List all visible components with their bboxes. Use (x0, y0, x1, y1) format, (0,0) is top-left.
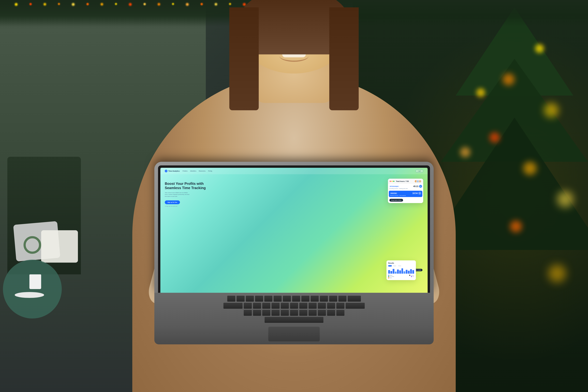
hero-title: Boost Your Profits with Seamless Time Tr… (165, 182, 381, 190)
key[interactable] (255, 296, 263, 302)
laptop-keyboard-area (154, 293, 434, 326)
key[interactable] (327, 303, 335, 309)
legend-cost-dot (411, 276, 412, 277)
key[interactable] (318, 303, 326, 309)
key[interactable] (309, 310, 317, 316)
key[interactable] (281, 310, 289, 316)
legend-revenue-dot (409, 275, 410, 276)
spacebar[interactable] (265, 317, 323, 323)
bar-6 (399, 270, 401, 274)
bar-11 (410, 269, 412, 274)
key[interactable] (281, 303, 289, 309)
nav-product[interactable]: Product ▾ (183, 170, 188, 172)
key[interactable] (292, 296, 300, 302)
side-table (3, 260, 62, 318)
key[interactable] (336, 303, 344, 309)
key[interactable] (320, 296, 328, 302)
cup (29, 274, 41, 289)
key[interactable] (309, 303, 317, 309)
nav-resources[interactable]: Resources ▾ (199, 170, 206, 172)
results-tabs: Year Project Person (388, 265, 414, 266)
entry2-top: Acme Corp 18:54 ⏸ (390, 192, 421, 195)
key[interactable] (253, 310, 261, 316)
key[interactable] (290, 303, 298, 309)
key[interactable] (290, 310, 298, 316)
nav-items: Product ▾ Industries ▾ Resources ▾ (183, 170, 212, 172)
bar-5 (397, 270, 399, 274)
key[interactable] (271, 310, 280, 316)
bar-1 (388, 270, 390, 274)
light-9 (460, 147, 470, 157)
entry2-pause-button[interactable]: ⏸ (418, 192, 421, 195)
logo-icon: ⏱ (165, 170, 167, 172)
key[interactable] (223, 303, 243, 309)
key[interactable] (329, 296, 337, 302)
login-button[interactable]: Login (416, 170, 423, 172)
logo-text: Time Analytics (168, 170, 180, 172)
keep-track-button[interactable]: Keep track of time (389, 199, 403, 202)
tab-year[interactable]: Year (388, 265, 392, 266)
key[interactable] (327, 310, 335, 316)
time-entry-2: Acme Corp 18:54 ⏸ Business services (389, 191, 422, 197)
legend-profit-dot (388, 278, 389, 278)
hero-section: Boost Your Profits with Seamless Time Tr… (160, 174, 428, 292)
wreath (23, 236, 41, 254)
key[interactable] (236, 296, 245, 302)
bar-3 (393, 269, 394, 274)
key[interactable] (283, 296, 291, 302)
key[interactable] (338, 296, 347, 302)
legend-billable-label: Billable (390, 275, 392, 276)
cta-button[interactable]: Sign up for free (165, 200, 180, 204)
entry1-top: AR Technologies 45:21 ▶ (389, 185, 422, 188)
key[interactable] (311, 296, 319, 302)
bar-8 (404, 271, 405, 274)
light-5 (523, 162, 537, 175)
minimize-icon[interactable] (392, 181, 393, 182)
key[interactable] (264, 296, 272, 302)
tab-person[interactable]: Person (398, 265, 402, 266)
pillow-2 (41, 230, 78, 262)
close-icon[interactable] (390, 181, 391, 182)
entry1-play-button[interactable]: ▶ (419, 185, 422, 188)
key[interactable] (299, 303, 307, 309)
key[interactable] (262, 303, 270, 309)
bar-chart (388, 268, 414, 274)
key[interactable] (301, 296, 309, 302)
key[interactable] (262, 310, 270, 316)
keyboard (158, 293, 430, 324)
key[interactable] (253, 303, 261, 309)
light-7 (510, 220, 522, 232)
trackpad[interactable] (268, 327, 320, 342)
key[interactable] (244, 310, 252, 316)
legend-row-3: Profit (388, 278, 414, 278)
g-light (129, 3, 132, 6)
maximize-icon[interactable] (393, 181, 394, 182)
key[interactable] (346, 303, 365, 309)
traffic-lights (390, 181, 394, 182)
key[interactable] (299, 310, 307, 316)
key[interactable] (271, 303, 280, 309)
g-light (43, 3, 46, 6)
key[interactable] (244, 303, 252, 309)
key[interactable] (336, 310, 344, 316)
bar-4 (395, 272, 397, 274)
light-10 (548, 265, 566, 282)
hero-right: Total hours: 7:55 (385, 179, 423, 289)
card-header: Total hours: 7:55 (388, 179, 423, 184)
avatars (414, 180, 422, 183)
light-2 (503, 74, 515, 85)
nav-industries[interactable]: Industries ▾ (190, 170, 196, 172)
tab-project[interactable]: Project (392, 265, 397, 266)
chevron-down-icon: ▾ (205, 170, 206, 172)
legend-revenue: Revenue (409, 275, 414, 276)
key[interactable] (274, 296, 282, 302)
nav-pricing[interactable]: Pricing (208, 170, 212, 172)
key[interactable] (318, 310, 326, 316)
avatar-3 (419, 180, 422, 183)
nav-logo: ⏱ Time Analytics (165, 170, 180, 172)
light-6 (557, 191, 573, 207)
key[interactable] (246, 296, 254, 302)
key[interactable] (348, 296, 361, 302)
g-light (86, 3, 89, 5)
key[interactable] (227, 296, 235, 302)
